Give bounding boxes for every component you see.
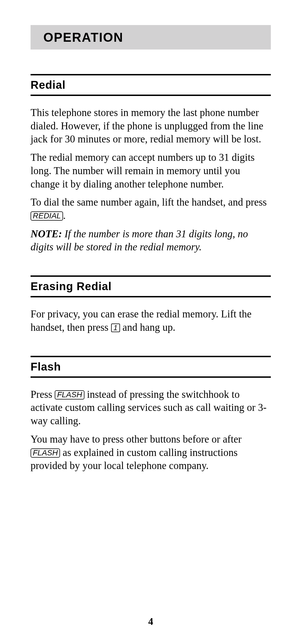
note-body: If the number is more than 31 digits lon… xyxy=(31,228,248,253)
header-banner: OPERATION xyxy=(31,25,271,50)
flash-p2: You may have to press other buttons befo… xyxy=(31,433,271,472)
flash-p1a: Press xyxy=(31,389,55,400)
redial-p2: The redial memory can accept numbers up … xyxy=(31,151,271,191)
page-title: OPERATION xyxy=(43,30,123,45)
flash-key-icon: FLASH xyxy=(55,390,84,399)
page: OPERATION Redial This telephone stores i… xyxy=(0,0,300,644)
note-label: NOTE: xyxy=(31,228,62,240)
heading-flash: Flash xyxy=(31,361,271,373)
section-heading-erasing: Erasing Redial xyxy=(31,275,271,297)
redial-key-icon: REDIAL xyxy=(31,211,63,221)
section-heading-flash: Flash xyxy=(31,356,271,378)
page-number: 4 xyxy=(31,604,271,627)
erasing-p1: For privacy, you can erase the redial me… xyxy=(31,307,271,334)
heading-erasing: Erasing Redial xyxy=(31,280,271,293)
erasing-p1b: and hang up. xyxy=(120,322,175,333)
redial-p3: To dial the same number again, lift the … xyxy=(31,196,271,222)
redial-note: NOTE: If the number is more than 31 digi… xyxy=(31,227,271,254)
flash-p2a: You may have to press other buttons befo… xyxy=(31,433,242,445)
redial-p3a: To dial the same number again, lift the … xyxy=(31,196,267,208)
redial-p3b: . xyxy=(63,210,66,221)
one-key-icon: 1 xyxy=(111,324,120,332)
flash-p2b: as explained in custom calling instructi… xyxy=(31,447,238,472)
flash-p1: Press FLASH instead of pressing the swit… xyxy=(31,388,271,428)
redial-p1: This telephone stores in memory the last… xyxy=(31,106,271,146)
flash-key-icon-2: FLASH xyxy=(31,448,60,458)
heading-redial: Redial xyxy=(31,79,271,91)
section-heading-redial: Redial xyxy=(31,74,271,96)
